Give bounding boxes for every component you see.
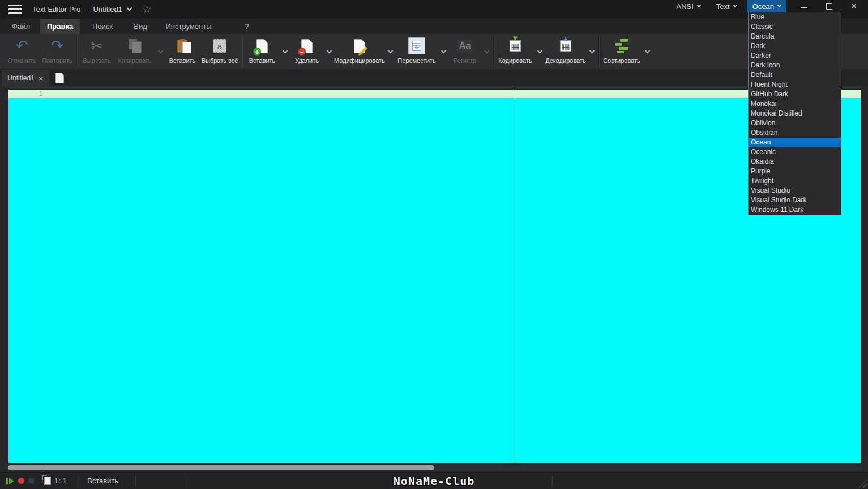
redo-button[interactable]: ↷ Повторить	[40, 34, 75, 69]
macro-controls	[6, 478, 35, 484]
chevron-down-icon[interactable]	[126, 6, 132, 11]
theme-option-github-dark[interactable]: GitHub Dark	[749, 90, 841, 99]
case-dropdown-chevron[interactable]	[481, 34, 491, 69]
menu-tab-file[interactable]: Файл	[3, 19, 39, 34]
document-tabbar: Untitled1 ×	[0, 69, 868, 86]
decode-button[interactable]: ▲ ▦ Декодировать	[545, 34, 587, 69]
document-name[interactable]: Untitled1	[93, 5, 122, 14]
theme-option-monokai[interactable]: Monokai	[749, 99, 841, 109]
theme-option-oblivion[interactable]: Oblivion	[749, 118, 841, 128]
titlebar: Text Editor Pro - Untitled1 ☆ ANSI Text …	[0, 0, 868, 19]
statusbar-separator	[552, 476, 553, 486]
theme-option-visual-studio-dark[interactable]: Visual Studio Dark	[749, 195, 841, 205]
scrollbar-thumb[interactable]	[8, 465, 434, 470]
record-macro-icon[interactable]	[18, 478, 24, 484]
statusbar-separator	[80, 476, 80, 486]
theme-option-obsidian[interactable]: Obsidian	[749, 128, 841, 138]
menubar: Файл Правка Поиск Вид Инструменты ?	[0, 19, 868, 34]
cut-button[interactable]: ✂ Вырезать	[79, 34, 114, 69]
statusbar-separator	[186, 476, 186, 486]
theme-option-fluent-night[interactable]: Fluent Night	[749, 80, 841, 90]
theme-option-twilight[interactable]: Twilight	[749, 176, 841, 186]
minimize-button[interactable]	[794, 0, 814, 12]
theme-option-visual-studio[interactable]: Visual Studio	[749, 186, 841, 195]
delete-button[interactable]: − Удалить	[290, 34, 324, 69]
encoding-selector[interactable]: ANSI	[671, 0, 706, 12]
sort-button[interactable]: Сортировать	[601, 34, 642, 69]
modify-button[interactable]: Модифицировать	[334, 34, 385, 69]
toolbar-group-clipboard: ✂ Вырезать Копировать Вставить a Выбрать…	[79, 34, 240, 69]
star-icon[interactable]: ☆	[142, 4, 152, 15]
encode-dropdown-chevron[interactable]	[535, 34, 545, 69]
move-dropdown-chevron[interactable]	[438, 34, 448, 69]
maximize-button[interactable]	[819, 0, 839, 12]
menu-tab-search[interactable]: Поиск	[84, 19, 121, 34]
stop-macro-icon[interactable]	[28, 478, 35, 484]
editor-area[interactable]: 1	[8, 89, 861, 464]
up-arrow-icon: ▲	[562, 35, 570, 42]
theme-option-windows-11-dark[interactable]: Windows 11 Dark	[749, 205, 841, 215]
resize-grip[interactable]	[858, 479, 867, 488]
copy-dropdown-chevron[interactable]	[155, 34, 165, 69]
letter-case-icon: Aa	[457, 40, 473, 52]
statusbar: 1: 1 Вставить NoNaMe-Club	[0, 472, 868, 489]
theme-option-dark[interactable]: Dark	[749, 41, 841, 51]
encode-button[interactable]: ▼ ▦ Кодировать	[496, 34, 535, 69]
move-button[interactable]: ↔ ↕ Переместить	[395, 34, 438, 69]
theme-option-purple[interactable]: Purple	[749, 167, 841, 176]
toolbar-separator	[598, 36, 600, 67]
menu-tab-view[interactable]: Вид	[124, 19, 157, 34]
select-all-button[interactable]: a Выбрать всё	[199, 34, 240, 69]
theme-option-ocean[interactable]: Ocean	[749, 138, 841, 147]
delete-dropdown-chevron[interactable]	[324, 34, 334, 69]
chevron-down-icon	[697, 3, 701, 7]
right-edge-line	[516, 90, 516, 463]
titlebar-right: ANSI Text Ocean ×	[671, 0, 868, 12]
theme-option-darker[interactable]: Darker	[749, 51, 841, 61]
toolbar-separator	[76, 36, 78, 67]
paste-button[interactable]: Вставить	[165, 34, 199, 69]
theme-option-dark-icon[interactable]: Dark Icon	[749, 61, 841, 70]
theme-option-blue[interactable]: Blue	[749, 12, 841, 22]
scissors-icon: ✂	[91, 39, 103, 53]
toolbar-group-sort: Сортировать	[601, 34, 652, 69]
hamburger-menu-icon[interactable]	[8, 5, 22, 14]
document-icon	[44, 477, 51, 485]
toolbar: ↶ Отменить ↷ Повторить ✂ Вырезать Копиро…	[0, 34, 868, 69]
theme-option-okaidia[interactable]: Okaidia	[749, 157, 841, 167]
theme-selector[interactable]: Ocean	[747, 0, 786, 12]
tab-close-icon[interactable]: ×	[39, 74, 44, 83]
sort-bars-icon	[614, 39, 629, 53]
new-document-icon[interactable]	[55, 73, 64, 83]
case-button[interactable]: Aa Регистр	[448, 34, 481, 69]
theme-option-darcula[interactable]: Darcula	[749, 32, 841, 41]
document-tab-untitled1[interactable]: Untitled1 ×	[2, 70, 49, 86]
menu-tab-help[interactable]: ?	[234, 19, 260, 34]
insert-mode-label[interactable]: Вставить	[87, 477, 118, 485]
insert-dropdown-chevron[interactable]	[280, 34, 290, 69]
toolbar-separator	[242, 36, 243, 67]
modify-dropdown-chevron[interactable]	[385, 34, 395, 69]
chevron-down-icon	[777, 3, 781, 7]
app-window: Text Editor Pro - Untitled1 ☆ ANSI Text …	[0, 0, 868, 489]
copy-button[interactable]: Копировать	[114, 34, 155, 69]
app-title: Text Editor Pro	[32, 5, 80, 14]
sort-dropdown-chevron[interactable]	[642, 34, 652, 69]
delete-page-icon: −	[301, 39, 313, 53]
theme-option-oceanic[interactable]: Oceanic	[749, 147, 841, 157]
insert-button[interactable]: + Вставить	[245, 34, 280, 69]
theme-option-classic[interactable]: Classic	[749, 22, 841, 32]
menu-tab-tools[interactable]: Инструменты	[160, 19, 217, 34]
copy-icon	[127, 39, 142, 53]
decode-dropdown-chevron[interactable]	[587, 34, 597, 69]
select-all-icon: a	[213, 39, 226, 53]
toolbar-separator	[493, 36, 494, 67]
menu-tab-edit[interactable]: Правка	[40, 19, 80, 34]
horizontal-scrollbar[interactable]	[8, 465, 861, 471]
undo-button[interactable]: ↶ Отменить	[5, 34, 40, 69]
theme-option-default[interactable]: Default	[749, 70, 841, 80]
play-macro-icon[interactable]	[6, 478, 14, 484]
close-button[interactable]: ×	[844, 0, 863, 12]
syntax-selector[interactable]: Text	[711, 0, 742, 12]
theme-option-monokai-distilled[interactable]: Monokai Distilled	[749, 109, 841, 118]
